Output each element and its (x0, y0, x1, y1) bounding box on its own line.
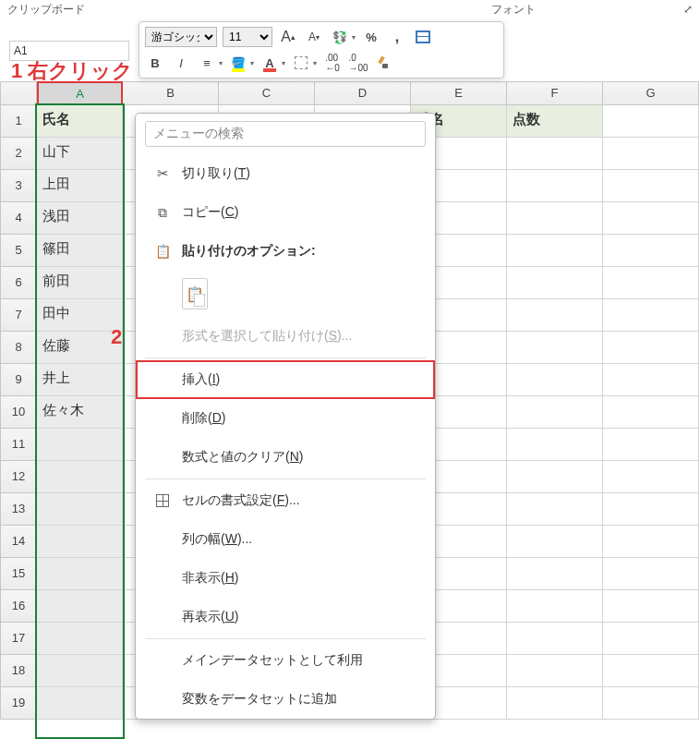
cell-A4[interactable]: 浅田 (37, 202, 123, 235)
percent-format-icon[interactable]: % (361, 27, 381, 47)
row-header[interactable]: 11 (0, 429, 37, 461)
column-header-G[interactable]: G (603, 81, 699, 105)
menu-item-format_cells[interactable]: セルの書式設定(F)... (136, 481, 435, 520)
cell-A11[interactable] (37, 429, 123, 461)
increase-font-icon[interactable]: A▴ (278, 27, 298, 47)
cell-A9[interactable]: 井上 (37, 364, 123, 396)
cell-G1[interactable] (603, 105, 699, 138)
comma-format-icon[interactable]: , (387, 27, 407, 47)
cell-G16[interactable] (603, 590, 699, 623)
font-color-icon[interactable]: A (259, 53, 280, 73)
cell-F16[interactable] (507, 590, 603, 623)
menu-item-main_dataset[interactable]: メインデータセットとして利用 (136, 641, 435, 680)
menu-item-hide[interactable]: 非表示(H) (136, 559, 435, 598)
cell-F8[interactable] (507, 332, 603, 364)
cell-F6[interactable] (507, 267, 603, 299)
cell-A2[interactable]: 山下 (37, 138, 123, 170)
cell-G5[interactable] (603, 235, 699, 267)
cell-G17[interactable] (603, 623, 699, 655)
row-header[interactable]: 12 (0, 461, 37, 493)
accounting-format-icon[interactable]: 💱 (330, 27, 350, 47)
cell-A16[interactable] (37, 590, 123, 623)
menu-item-cut[interactable]: ✂切り取り(T) (136, 154, 435, 193)
chevron-down-icon[interactable]: ▾ (282, 59, 285, 67)
cell-F17[interactable] (507, 623, 603, 655)
cell-A12[interactable] (37, 461, 123, 493)
cell-G14[interactable] (603, 526, 699, 558)
cell-F12[interactable] (507, 461, 603, 493)
row-header[interactable]: 14 (0, 526, 37, 558)
cell-F7[interactable] (507, 299, 603, 332)
cell-F19[interactable] (507, 687, 603, 720)
row-header[interactable]: 7 (0, 299, 37, 332)
cell-G15[interactable] (603, 558, 699, 590)
cell-A5[interactable]: 篠田 (37, 235, 123, 267)
decrease-decimal-icon[interactable]: .00←0 (322, 53, 343, 73)
row-header[interactable]: 18 (0, 655, 37, 687)
cell-A10[interactable]: 佐々木 (37, 396, 123, 429)
menu-item-unhide[interactable]: 再表示(U) (136, 598, 435, 636)
row-header[interactable]: 15 (0, 558, 37, 590)
table-format-icon[interactable] (413, 27, 433, 47)
cell-G10[interactable] (603, 396, 699, 429)
cell-G6[interactable] (603, 267, 699, 299)
italic-button[interactable]: I (171, 53, 191, 73)
cell-A18[interactable] (37, 655, 123, 687)
chevron-down-icon[interactable]: ▾ (313, 59, 317, 67)
cell-F13[interactable] (507, 493, 603, 526)
cell-G4[interactable] (603, 202, 699, 235)
cell-F10[interactable] (507, 396, 603, 429)
column-header-B[interactable]: B (123, 81, 219, 105)
column-header-E[interactable]: E (411, 81, 507, 105)
cell-G9[interactable] (603, 364, 699, 396)
fill-color-icon[interactable]: 🪣 (228, 53, 248, 73)
borders-icon[interactable] (291, 53, 311, 73)
cell-F18[interactable] (507, 655, 603, 687)
format-painter-icon[interactable] (374, 53, 394, 73)
cell-F5[interactable] (507, 235, 603, 267)
row-header[interactable]: 1 (0, 105, 37, 138)
cell-G8[interactable] (603, 332, 699, 364)
cell-G19[interactable] (603, 687, 699, 720)
column-header-C[interactable]: C (219, 81, 315, 105)
menu-item-col_width[interactable]: 列の幅(W)... (136, 520, 435, 559)
column-header-F[interactable]: F (507, 81, 603, 105)
row-header[interactable]: 5 (0, 235, 37, 267)
chevron-down-icon[interactable]: ▾ (219, 59, 223, 67)
row-header[interactable]: 3 (0, 170, 37, 202)
cell-G7[interactable] (603, 299, 699, 332)
column-header-D[interactable]: D (315, 81, 411, 105)
cell-F3[interactable] (507, 170, 603, 202)
cell-F11[interactable] (507, 429, 603, 461)
row-header[interactable]: 2 (0, 138, 37, 170)
menu-item-insert[interactable]: 挿入(I) (136, 360, 435, 399)
bold-button[interactable]: B (145, 53, 165, 73)
cell-G18[interactable] (603, 655, 699, 687)
cell-A6[interactable]: 前田 (37, 267, 123, 299)
menu-item-paste_options[interactable]: 📋貼り付けのオプション: (136, 232, 435, 271)
row-header[interactable]: 9 (0, 364, 37, 396)
cell-F2[interactable] (507, 138, 603, 170)
cell-A14[interactable] (37, 526, 123, 558)
cell-G2[interactable] (603, 138, 699, 170)
align-icon[interactable]: ≡ (197, 53, 217, 73)
chevron-down-icon[interactable]: ▾ (352, 33, 356, 42)
menu-item-clear[interactable]: 数式と値のクリア(N) (136, 438, 435, 477)
row-header[interactable]: 6 (0, 267, 37, 299)
cell-F9[interactable] (507, 364, 603, 396)
menu-item-add_var[interactable]: 変数をデータセットに追加 (136, 680, 435, 719)
chevron-down-icon[interactable]: ▾ (250, 59, 254, 67)
row-header[interactable]: 17 (0, 623, 37, 655)
row-header[interactable]: 8 (0, 332, 37, 364)
menu-search-input[interactable]: メニューの検索 (145, 121, 426, 147)
row-header[interactable]: 10 (0, 396, 37, 429)
menu-item-delete[interactable]: 削除(D) (136, 399, 435, 438)
cell-F4[interactable] (507, 202, 603, 235)
paste-option-chip[interactable]: 📋 (136, 271, 435, 317)
font-name-select[interactable]: 游ゴシック (145, 27, 217, 47)
cell-G12[interactable] (603, 461, 699, 493)
cell-F15[interactable] (507, 558, 603, 590)
cell-A19[interactable] (37, 687, 123, 720)
cell-A13[interactable] (37, 493, 123, 526)
row-header[interactable]: 16 (0, 590, 37, 623)
